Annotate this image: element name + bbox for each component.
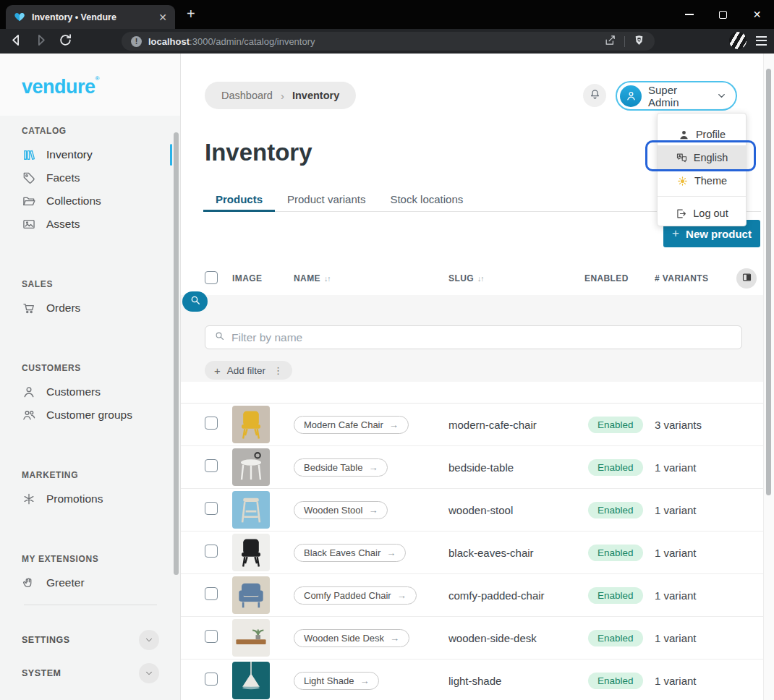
maximize-button[interactable] bbox=[706, 0, 740, 29]
product-slug: black-eaves-chair bbox=[448, 547, 584, 559]
product-name-link[interactable]: Wooden Stool→ bbox=[294, 501, 388, 519]
page-title: Inventory bbox=[205, 139, 312, 166]
row-checkbox[interactable] bbox=[205, 417, 218, 430]
product-thumbnail bbox=[232, 576, 270, 614]
nav-section-heading: CUSTOMERS bbox=[0, 359, 180, 380]
variant-count: 1 variant bbox=[655, 675, 763, 687]
tab-close-icon[interactable]: ✕ bbox=[158, 12, 167, 22]
forward-button[interactable] bbox=[33, 33, 48, 51]
product-name-link[interactable]: Bedside Table→ bbox=[294, 458, 388, 477]
new-tab-button[interactable]: + bbox=[187, 7, 195, 21]
sidebar-item-collections[interactable]: Collections bbox=[0, 189, 180, 213]
nav-section-marketing: MARKETING Promotions bbox=[0, 466, 180, 511]
column-header-slug[interactable]: SLUG↓↑ bbox=[448, 273, 584, 283]
kebab-menu-icon[interactable]: ⋮ bbox=[273, 365, 283, 376]
breadcrumb-separator-icon: › bbox=[281, 90, 284, 102]
filter-input-wrap bbox=[205, 325, 742, 349]
browser-tab[interactable]: Inventory • Vendure ✕ bbox=[6, 5, 175, 29]
sidebar-item-orders[interactable]: Orders bbox=[0, 296, 180, 320]
row-checkbox[interactable] bbox=[205, 587, 218, 600]
variant-count: 1 variant bbox=[655, 461, 763, 474]
column-header-image[interactable]: IMAGE bbox=[232, 273, 294, 283]
sort-icon[interactable]: ↓↑ bbox=[477, 274, 484, 283]
page-scrollbar-thumb[interactable] bbox=[766, 69, 771, 495]
cart-icon bbox=[22, 301, 36, 315]
variant-count: 3 variants bbox=[655, 419, 763, 431]
share-icon[interactable] bbox=[604, 34, 616, 49]
sidebar: vendure® CATALOG Inventory Facets Collec… bbox=[0, 54, 181, 700]
product-name-link[interactable]: Light Shade→ bbox=[294, 672, 379, 690]
nav-section-heading: MARKETING bbox=[0, 466, 180, 487]
sidebar-item-facets[interactable]: Facets bbox=[0, 166, 180, 189]
sidebar-item-customers[interactable]: Customers bbox=[0, 380, 180, 404]
arrow-right-icon: → bbox=[397, 590, 407, 601]
product-thumbnail bbox=[232, 534, 270, 571]
site-info-icon[interactable]: ! bbox=[131, 36, 142, 47]
nav-section-sales: SALES Orders bbox=[0, 275, 180, 320]
tab-stock-locations[interactable]: Stock locations bbox=[378, 188, 475, 212]
row-checkbox[interactable] bbox=[205, 673, 218, 686]
sidebar-group-system[interactable]: SYSTEM bbox=[0, 662, 180, 685]
product-name-link[interactable]: Black Eaves Chair→ bbox=[294, 544, 406, 562]
sidebar-item-inventory[interactable]: Inventory bbox=[0, 143, 180, 166]
sidebar-item-greeter[interactable]: Greeter bbox=[0, 571, 180, 594]
breadcrumb-inventory[interactable]: Inventory bbox=[292, 90, 339, 101]
sidebar-item-assets[interactable]: Assets bbox=[0, 213, 180, 236]
product-slug: wooden-stool bbox=[448, 504, 584, 516]
column-picker-button[interactable] bbox=[736, 268, 757, 289]
vendure-logo[interactable]: vendure® bbox=[22, 75, 99, 98]
chevron-down-icon[interactable] bbox=[139, 630, 159, 650]
variant-count: 1 variant bbox=[655, 632, 763, 644]
reload-button[interactable] bbox=[58, 33, 73, 51]
search-icon bbox=[190, 294, 201, 309]
tab-products[interactable]: Products bbox=[203, 188, 275, 212]
back-button[interactable] bbox=[9, 33, 24, 51]
menu-item-theme[interactable]: Theme bbox=[658, 170, 746, 192]
table-row: Black Eaves Chair→ black-eaves-chair Ena… bbox=[181, 532, 763, 574]
sidebar-group-settings[interactable]: SETTINGS bbox=[0, 628, 180, 652]
sun-icon bbox=[676, 175, 689, 187]
columns-icon bbox=[741, 272, 752, 286]
page-scrollbar-track[interactable] bbox=[763, 54, 774, 700]
url-text: localhost:3000/admin/catalog/inventory bbox=[148, 36, 315, 47]
chevron-down-icon[interactable] bbox=[139, 663, 159, 683]
product-slug: modern-cafe-chair bbox=[448, 419, 584, 431]
brave-shield-icon[interactable] bbox=[633, 34, 645, 49]
product-name-link[interactable]: Wooden Side Desk→ bbox=[294, 629, 409, 647]
row-checkbox[interactable] bbox=[205, 459, 218, 472]
row-checkbox[interactable] bbox=[205, 630, 218, 643]
search-toggle-button[interactable] bbox=[182, 291, 208, 312]
status-badge: Enabled bbox=[588, 587, 643, 604]
select-all-checkbox[interactable] bbox=[205, 271, 218, 284]
breadcrumb: Dashboard › Inventory bbox=[205, 82, 356, 109]
sidebar-item-customer-groups[interactable]: Customer groups bbox=[0, 404, 180, 427]
column-header-enabled[interactable]: ENABLED bbox=[584, 273, 655, 283]
menu-item-english[interactable]: English bbox=[658, 145, 746, 170]
status-badge: Enabled bbox=[588, 502, 643, 518]
nav-section-customers: CUSTOMERS Customers Customer groups bbox=[0, 359, 180, 427]
tab-product-variants[interactable]: Product variants bbox=[275, 188, 378, 212]
arrow-right-icon: → bbox=[368, 505, 378, 516]
user-menu-button[interactable]: Super Admin bbox=[616, 81, 737, 111]
browser-profile-avatar[interactable] bbox=[729, 32, 747, 49]
breadcrumb-dashboard[interactable]: Dashboard bbox=[221, 90, 273, 101]
column-header-name[interactable]: NAME↓↑ bbox=[294, 273, 448, 283]
minimize-button[interactable] bbox=[672, 0, 706, 29]
product-name-link[interactable]: Modern Cafe Chair→ bbox=[294, 416, 409, 434]
row-checkbox[interactable] bbox=[205, 545, 218, 558]
menu-item-profile[interactable]: Profile bbox=[658, 124, 746, 145]
filter-input[interactable] bbox=[231, 331, 733, 344]
add-filter-button[interactable]: + Add filter ⋮ bbox=[205, 361, 292, 380]
product-name-link[interactable]: Comfy Padded Chair→ bbox=[294, 586, 417, 605]
sidebar-item-promotions[interactable]: Promotions bbox=[0, 487, 180, 511]
row-checkbox[interactable] bbox=[205, 502, 218, 515]
sidebar-scrollbar[interactable] bbox=[174, 132, 179, 575]
sort-icon[interactable]: ↓↑ bbox=[324, 274, 331, 283]
language-icon bbox=[676, 152, 688, 164]
menu-item-log-out[interactable]: Log out bbox=[658, 202, 746, 224]
hand-icon bbox=[22, 576, 36, 590]
address-bar[interactable]: ! localhost:3000/admin/catalog/inventory bbox=[122, 32, 655, 51]
browser-menu-icon[interactable] bbox=[756, 36, 767, 46]
close-button[interactable]: ✕ bbox=[740, 0, 774, 29]
notifications-button[interactable] bbox=[583, 84, 606, 107]
